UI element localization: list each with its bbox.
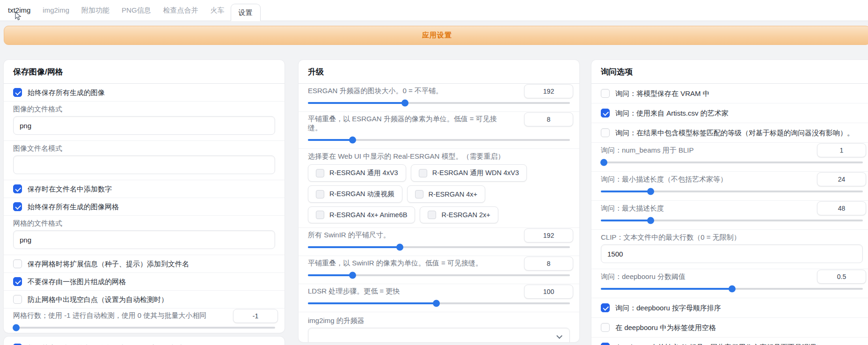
slider-track [13, 327, 275, 329]
setting-esrgan-tile-size: ESRGAN 升频器的图块大小。0 = 不平铺。 192 [299, 84, 579, 111]
swinir-overlap-number-input[interactable]: 8 [524, 257, 573, 271]
chip-r-esrgan-4x[interactable]: R-ESRGAN 4x+ [407, 185, 485, 203]
ldsr-steps-number-input[interactable]: 100 [524, 285, 573, 299]
deepbooru-threshold-slider[interactable] [601, 285, 863, 293]
field-label: 网格的文件格式 [13, 219, 275, 228]
chip-label: R-ESRGAN 通用 4xV3 [329, 169, 398, 177]
setting-clip-max-lines: CLIP：文本文件中的最大行数（0 = 无限制） [591, 229, 868, 269]
apply-settings-button[interactable]: 应用设置 [4, 26, 868, 45]
checkbox-label: 始终保存所有生成的图像网格 [28, 202, 119, 211]
setting-deepbooru-threshold: 询问：deepbooru 分数阈值 0.5 [591, 269, 868, 298]
chip-checkbox [428, 211, 436, 219]
esrgan-tile-number-input[interactable]: 192 [524, 84, 573, 98]
no-single-image-grid-checkbox[interactable] [13, 277, 22, 286]
chip-checkbox [316, 190, 324, 198]
chip-r-esrgan-4x-anime6b[interactable]: R-ESRGAN 4x+ Anime6B [308, 206, 415, 223]
setting-max-description-length: 询问：最大描述长度 48 [591, 200, 868, 229]
swinir-overlap-slider[interactable] [308, 272, 570, 279]
checkbox-label: 询问：将模型保存在 VRAM 中 [615, 89, 710, 98]
field-label: 选择要在 Web UI 中显示的 Real-ESRGAN 模型。（需要重启） [308, 152, 570, 161]
chip-checkbox [316, 211, 324, 219]
panel-title: 询问选项 [601, 60, 863, 77]
setting-grid-file-format: 网格的文件格式 [4, 215, 284, 255]
include-ranks-checkbox[interactable] [601, 128, 610, 137]
chip-r-esrgan-general-wdn-4xv3[interactable]: R-ESRGAN 通用 WDN 4xV3 [411, 164, 527, 182]
chip-r-esrgan-2x[interactable]: R-ESRGAN 2x+ [420, 206, 498, 223]
setting-min-description-length: 询问：最小描述长度（不包括艺术家等） 24 [591, 171, 868, 200]
setting-deepbooru-sort-alpha: 询问：deepbooru 按字母顺序排序 [591, 298, 868, 317]
slider-track [601, 220, 863, 222]
checkbox-label: 不要保存由一张图片组成的网格 [28, 277, 126, 286]
grid-extended-info-checkbox[interactable] [13, 259, 22, 268]
panel-title: 保存图像/网格 [13, 60, 275, 77]
setting-grid-extended-info: 保存网格时将扩展信息（种子、提示）添加到文件名 [4, 255, 284, 272]
add-number-checkbox[interactable] [13, 184, 22, 193]
setting-add-number-to-filename: 保存时在文件名中添加数字 [4, 180, 284, 198]
ldsr-steps-slider[interactable] [308, 300, 570, 307]
esrgan-overlap-number-input[interactable]: 8 [524, 112, 573, 126]
grid-rows-number-input[interactable]: -1 [233, 309, 278, 323]
esrgan-overlap-slider[interactable] [308, 136, 570, 144]
panel-interrogate-options: 询问选项 询问：将模型保存在 VRAM 中 询问：使用来自 Artists.cs… [591, 60, 868, 345]
chip-label: R-ESRGAN 4x+ [429, 191, 477, 198]
panel-save-params: 将有关生成参数的文本信息作为块保存到 png 文件中 [4, 337, 284, 345]
setting-grid-row-count: 网格行数；使用 -1 进行自动检测，使用 0 使其与批量大小相同 -1 [4, 308, 284, 333]
chip-r-esrgan-general-4xv3[interactable]: R-ESRGAN 通用 4xV3 [308, 164, 406, 182]
num-beams-slider[interactable] [601, 159, 863, 166]
chip-label: R-ESRGAN 动漫视频 [329, 190, 394, 198]
max-length-number-input[interactable]: 48 [817, 201, 866, 215]
field-label: 图像文件名模式 [13, 144, 275, 153]
tab-train[interactable]: 火车 [204, 0, 231, 21]
tab-img2img[interactable]: img2img [36, 0, 75, 21]
tab-checkpoint-merger[interactable]: 检查点合并 [157, 0, 204, 21]
slider-track [308, 102, 570, 104]
chevron-down-icon [556, 333, 562, 339]
swinir-tile-number-input[interactable]: 192 [524, 228, 573, 242]
setting-deepbooru-escape-brackets: deepbooru 中的转义 (\) 括号（因此它们用作文字括号而不是强调） [591, 337, 868, 345]
deepbooru-threshold-number-input[interactable]: 0.5 [817, 270, 866, 284]
deepbooru-sort-checkbox[interactable] [601, 303, 610, 312]
setting-interrogate-include-ranks: 询问：在结果中包含模型标签匹配的等级（对基于标题的询问器没有影响）。 [591, 123, 868, 142]
apply-settings-label: 应用设置 [422, 31, 452, 40]
chip-r-esrgan-animevideo[interactable]: R-ESRGAN 动漫视频 [308, 185, 402, 203]
clip-max-lines-input[interactable] [601, 244, 863, 263]
grid-format-input[interactable] [13, 230, 275, 249]
deepbooru-spaces-checkbox[interactable] [601, 323, 610, 332]
filename-pattern-input[interactable] [13, 155, 275, 174]
esrgan-tile-slider[interactable] [308, 99, 570, 107]
setting-ldsr-steps: LDSR 处理步骤。更低 = 更快 100 [299, 284, 579, 312]
setting-esrgan-tile-overlap: 平铺重叠，以 ESRGAN 升频器的像素为单位。低值 = 可见接缝。 8 [299, 111, 579, 148]
img2img-upscaler-select[interactable] [308, 328, 570, 342]
setting-deepbooru-use-spaces: 在 deepbooru 中为标签使用空格 [591, 317, 868, 337]
tab-bar: txt2img img2img 附加功能 PNG信息 检查点合并 火车 设置 [0, 0, 868, 21]
grid-rows-slider[interactable] [13, 324, 275, 331]
checkbox-label: 询问：在结果中包含模型标签匹配的等级（对基于标题的询问器没有影响）。 [615, 128, 854, 137]
setting-swinir-tile-size: 所有 SwinIR 的平铺尺寸。 192 [299, 228, 579, 256]
swinir-tile-slider[interactable] [308, 243, 570, 251]
chip-checkbox [316, 169, 324, 177]
always-save-grids-checkbox[interactable] [13, 202, 22, 211]
model-chips: R-ESRGAN 通用 4xV3 R-ESRGAN 通用 WDN 4xV3 R-… [308, 164, 570, 223]
slider-track [308, 274, 570, 277]
setting-always-save-images: 始终保存所有生成的图像 [4, 84, 284, 101]
min-length-number-input[interactable]: 24 [817, 172, 866, 186]
tab-png-info[interactable]: PNG信息 [116, 0, 157, 21]
mouse-cursor-icon [15, 12, 22, 23]
setting-prevent-empty-spots: 防止网格中出现空白点（设置为自动检测时） [4, 290, 284, 308]
tab-settings[interactable]: 设置 [231, 4, 261, 21]
num-beams-number-input[interactable]: 1 [817, 143, 866, 157]
checkbox-label: 在 deepbooru 中为标签使用空格 [615, 323, 716, 332]
setting-filename-pattern: 图像文件名模式 [4, 140, 284, 180]
deepbooru-escape-checkbox[interactable] [601, 343, 610, 345]
setting-no-single-image-grid: 不要保存由一张图片组成的网格 [4, 272, 284, 290]
max-length-slider[interactable] [601, 217, 863, 224]
tab-extras[interactable]: 附加功能 [75, 0, 116, 21]
always-save-images-checkbox[interactable] [13, 88, 22, 97]
keep-vram-checkbox[interactable] [601, 89, 610, 98]
checkbox-label: 询问：deepbooru 按字母顺序排序 [615, 303, 721, 312]
prevent-empty-spots-checkbox[interactable] [13, 295, 22, 304]
min-length-slider[interactable] [601, 188, 863, 195]
setting-interrogate-artists-csv: 询问：使用来自 Artists.csv 的艺术家 [591, 103, 868, 123]
artists-csv-checkbox[interactable] [601, 109, 610, 117]
image-format-input[interactable] [13, 116, 275, 135]
